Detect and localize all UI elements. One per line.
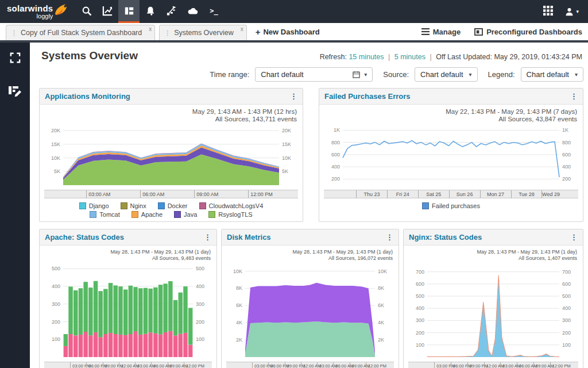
kebab-menu-icon[interactable]: ⋮ <box>386 233 393 241</box>
refresh-15-link[interactable]: 15 minutes <box>349 53 384 61</box>
chevron-down-icon: ▾ <box>576 9 579 14</box>
svg-text:4K: 4K <box>236 320 242 325</box>
panel-title[interactable]: Nginx: Status Codes <box>409 233 482 241</box>
svg-text:300: 300 <box>562 317 571 323</box>
chart-subtitle: May 28, 1:43 PM - May 29, 1:43 PM (1 day… <box>408 248 578 262</box>
svg-text:10K: 10K <box>233 269 242 274</box>
legend-item[interactable]: Nginx <box>121 202 146 209</box>
svg-text:8K: 8K <box>236 285 242 291</box>
kebab-menu-icon[interactable]: ⋮ <box>290 93 297 100</box>
legend-label: RsyslogTLS <box>218 211 252 218</box>
chart-controls: Time range: Chart default ▾ Source: Char… <box>39 67 583 82</box>
panel-title[interactable]: Apache: Status Codes <box>45 233 124 241</box>
close-tab-icon[interactable]: x <box>149 26 152 32</box>
legend-item[interactable]: Tomcat <box>90 211 119 218</box>
charts-icon[interactable] <box>97 0 118 23</box>
x-axis-band: 03:00 PM06:00 PM09:00 PM12:00 AM03:00 AM… <box>44 362 212 368</box>
legend-swatch <box>158 202 165 209</box>
tab-systems-overview[interactable]: ⋮ Systems Overview x <box>159 25 247 40</box>
manage-button[interactable]: Manage <box>421 28 461 36</box>
chart-plot[interactable]: 100100200200300300400400500500 <box>44 262 212 362</box>
chart-plot[interactable]: 1001002002003003004004005005006006007007… <box>408 262 578 362</box>
legend-item[interactable]: Failed purchases <box>422 202 480 209</box>
chart-legend: DjangoNginxDockerCloudwatchLogsV4TomcatA… <box>44 198 298 221</box>
kebab-menu-icon[interactable]: ⋮ <box>570 233 578 241</box>
legend-swatch <box>131 211 138 218</box>
svg-text:200: 200 <box>416 330 424 336</box>
chart-subtitle: May 28, 1:43 PM - May 29, 1:43 PM (1 day… <box>44 248 212 262</box>
user-menu[interactable]: ▾ <box>564 7 579 17</box>
svg-text:700: 700 <box>562 269 571 275</box>
svg-text:10K: 10K <box>51 155 60 161</box>
brand-logo[interactable]: solarwinds loggly <box>0 0 72 23</box>
svg-text:6K: 6K <box>236 302 242 308</box>
x-axis-band: Thu 23Fri 24Sat 25Sun 26Mon 27Tue 28Wed … <box>324 190 578 198</box>
top-nav: solarwinds loggly >_ <box>0 0 588 23</box>
svg-text:100: 100 <box>52 336 60 342</box>
terminal-icon[interactable]: >_ <box>203 0 225 23</box>
legend-item[interactable]: Apache <box>131 211 163 218</box>
refresh-5-link[interactable]: 5 minutes <box>394 53 425 61</box>
chart-subtitle: May 28, 1:43 PM - May 29, 1:43 PM (1 day… <box>226 248 394 262</box>
legend-item[interactable]: Django <box>79 202 109 209</box>
source-setup-icon[interactable] <box>161 0 182 23</box>
kebab-menu-icon[interactable]: ⋮ <box>204 233 211 241</box>
chart-plot[interactable]: 2002004004006006008008001K1K <box>324 123 578 190</box>
panel-title[interactable]: Failed Purchases Errors <box>324 92 411 101</box>
tab-grip-icon[interactable]: ⋮ <box>164 29 171 37</box>
legend-swatch <box>79 202 86 209</box>
legend-select[interactable]: Chart default ▾ <box>521 67 583 82</box>
calendar-icon <box>353 71 360 78</box>
edit-dashboard-icon[interactable] <box>8 85 22 99</box>
cloud-icon[interactable] <box>182 0 203 23</box>
svg-text:1K: 1K <box>562 127 568 133</box>
svg-text:1K: 1K <box>334 127 340 133</box>
close-tab-icon[interactable]: x <box>241 26 243 32</box>
search-icon[interactable] <box>76 0 97 23</box>
legend-label: Tomcat <box>99 211 119 218</box>
app-grid-icon[interactable] <box>543 6 553 18</box>
dashboards-icon[interactable] <box>118 0 140 23</box>
primary-nav: >_ <box>76 0 225 23</box>
svg-text:100: 100 <box>196 336 204 342</box>
svg-text:400: 400 <box>562 164 571 170</box>
legend-label: Legend: <box>488 70 515 79</box>
legend-item[interactable]: Java <box>174 211 197 218</box>
chart-plot[interactable]: 5K5K10K10K15K15K20K20K <box>44 123 298 190</box>
legend-item[interactable]: CloudwatchLogsV4 <box>199 202 264 209</box>
x-axis-band: 03:00 PM06:00 PM09:00 PM12:00 AM03:00 AM… <box>408 362 578 368</box>
svg-text:200: 200 <box>196 319 204 325</box>
fullscreen-icon[interactable] <box>9 52 21 66</box>
svg-text:8K: 8K <box>378 285 384 291</box>
panel-title[interactable]: Disk Metrics <box>227 233 271 241</box>
svg-text:500: 500 <box>562 293 571 299</box>
legend-item[interactable]: RsyslogTLS <box>208 211 252 218</box>
panel-nginx-status-codes: Nginx: Status Codes ⋮ May 28, 1:43 PM - … <box>403 229 583 368</box>
chevron-down-icon: ▾ <box>575 71 578 78</box>
svg-text:6K: 6K <box>378 302 384 308</box>
time-range-select[interactable]: Chart default ▾ <box>255 67 373 82</box>
legend-label: Docker <box>168 202 188 209</box>
svg-text:600: 600 <box>331 152 340 158</box>
svg-text:20K: 20K <box>51 128 60 133</box>
preconfigured-dashboards-button[interactable]: Preconfigured Dashboards <box>474 28 582 36</box>
refresh-off[interactable]: Off <box>436 53 445 61</box>
panel-title[interactable]: Applications Monitoring <box>45 92 130 101</box>
legend-label: Apache <box>141 211 163 218</box>
x-tick-label: 12:00 PM <box>248 190 273 198</box>
alerts-icon[interactable] <box>140 0 161 23</box>
svg-text:5K: 5K <box>282 168 288 174</box>
legend-swatch <box>90 211 96 218</box>
dashboard-tabbar: ⋮ Copy of Full Stack System Dashboard x … <box>0 23 588 40</box>
refresh-status: Refresh: 15 minutes | 5 minutes | Off La… <box>320 53 582 61</box>
chart-plot[interactable]: 2K2K4K4K6K6K8K8K10K10K <box>226 262 394 362</box>
x-tick-label: Mon 27 <box>480 190 511 198</box>
kebab-menu-icon[interactable]: ⋮ <box>570 93 578 100</box>
new-dashboard-button[interactable]: + New Dashboard <box>256 23 320 40</box>
legend-swatch <box>208 211 215 218</box>
x-tick-label: Wed 29 <box>541 190 559 198</box>
tab-copy-of-full-stack[interactable]: ⋮ Copy of Full Stack System Dashboard x <box>6 25 155 40</box>
legend-item[interactable]: Docker <box>158 202 188 209</box>
tab-grip-icon[interactable]: ⋮ <box>11 29 17 37</box>
source-select[interactable]: Chart default ▾ <box>415 67 477 82</box>
